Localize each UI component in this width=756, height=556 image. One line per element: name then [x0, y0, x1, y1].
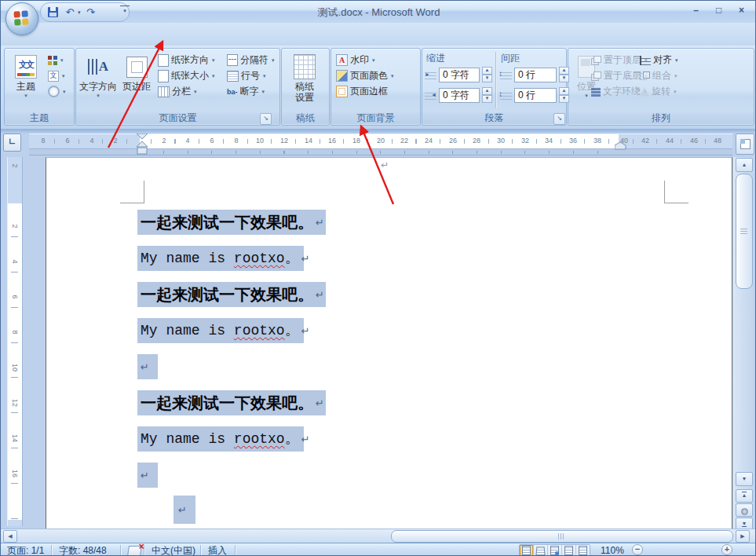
manuscript-setup-button[interactable]: 稿纸 设置 [286, 51, 323, 112]
fullscreen-reading-view-button[interactable] [534, 545, 548, 556]
scroll-right-button[interactable]: ▶ [736, 530, 750, 543]
window-title: 测试.docx - Microsoft Word [1, 5, 756, 20]
language-indicator[interactable]: 中文(中国) [152, 545, 195, 556]
group-objects-icon [640, 71, 650, 81]
outline-view-icon [564, 546, 573, 555]
space-before-spinner[interactable]: ▲▼ [559, 67, 569, 82]
ruler-number: 34 [545, 136, 553, 146]
space-after-input[interactable]: 0 行 [514, 88, 557, 103]
pilcrow-icon: ↵ [141, 361, 149, 373]
ruler-toggle-button[interactable] [736, 134, 754, 155]
right-indent-marker[interactable] [615, 142, 626, 151]
divider [51, 545, 52, 555]
word-count[interactable]: 字数: 48/48 [59, 545, 107, 556]
margins-button[interactable]: 页边距 [119, 51, 155, 112]
scroll-left-button[interactable]: ◀ [3, 530, 17, 543]
pilcrow-icon: ↵ [301, 325, 310, 337]
theme-fonts-button[interactable]: 文▾ [48, 68, 65, 83]
bring-to-front-icon [591, 56, 601, 65]
themes-icon: 文文 [15, 55, 37, 79]
indent-right-spinner[interactable]: ▲▼ [482, 87, 492, 103]
draft-view-button[interactable] [576, 545, 590, 556]
ruler-number: 4 [11, 259, 19, 263]
indent-markers[interactable] [135, 134, 151, 156]
print-layout-view-button[interactable] [520, 545, 534, 556]
columns-button[interactable]: 分栏▾ [158, 84, 197, 99]
tab-stop-selector[interactable]: ∟ [3, 134, 21, 152]
ruler-number: 44 [666, 136, 674, 146]
insert-mode-indicator[interactable]: 插入 [208, 545, 227, 556]
paper-size-button[interactable]: 纸张大小▾ [158, 68, 215, 83]
group-page-setup-label: 页面设置 [76, 112, 279, 124]
page-setup-dialog-launcher[interactable]: ↘ [260, 113, 272, 125]
align-button[interactable]: 对齐▾ [640, 53, 678, 68]
paragraph-dialog-launcher[interactable]: ↘ [553, 113, 565, 125]
ruler-number: 24 [425, 136, 433, 146]
orientation-button[interactable]: 纸张方向▾ [158, 53, 215, 68]
themes-button[interactable]: 文文 主题 ▾ [7, 51, 45, 112]
ruler-number: 2 [11, 224, 19, 228]
ruler-number: 16 [328, 136, 336, 146]
select-browse-object-button[interactable] [736, 503, 753, 517]
page-indicator[interactable]: 页面: 1/1 [7, 545, 44, 556]
watermark-button[interactable]: A水印▾ [336, 53, 375, 68]
rotate-button[interactable]: 旋转▾ [640, 84, 677, 99]
indent-right-input[interactable]: 0 字符 [439, 88, 480, 103]
vertical-scrollbar-thumb[interactable] [736, 174, 753, 289]
zoom-level[interactable]: 110% [601, 545, 624, 556]
outline-view-button[interactable] [562, 545, 576, 556]
zoom-out-button[interactable]: − [632, 544, 643, 555]
space-after-control: 0 行 ▲▼ [500, 87, 569, 103]
doc-line-4[interactable]: My name is rootxo。↵ [137, 318, 304, 343]
page-borders-button[interactable]: 页面边框 [336, 84, 388, 99]
divider [200, 545, 201, 555]
doc-line-8[interactable]: ↵ [137, 463, 158, 488]
doc-line-1[interactable]: 一起来测试一下效果吧。↵ [137, 210, 326, 235]
office-button[interactable] [5, 2, 38, 35]
zoom-in-button[interactable]: + [721, 544, 732, 555]
breaks-button[interactable]: 分隔符▾ [227, 53, 275, 68]
ruler-number: 10 [11, 364, 19, 371]
divider [235, 545, 236, 555]
horizontal-scrollbar-thumb[interactable] [391, 530, 733, 543]
hyphenation-button[interactable]: ba-断字▾ [227, 84, 265, 99]
office-logo-icon [13, 10, 28, 25]
previous-page-button[interactable]: ▲ [736, 489, 753, 503]
group-objects-button[interactable]: 组合▾ [640, 68, 677, 83]
maximize-button[interactable]: □ [708, 4, 729, 18]
bring-to-front-button[interactable]: 置于顶层▾ [591, 53, 648, 68]
indent-right-icon [425, 91, 436, 100]
close-button[interactable]: × [731, 4, 752, 18]
space-after-spinner[interactable]: ▲▼ [559, 87, 569, 103]
minimize-button[interactable]: – [685, 4, 707, 18]
line-numbers-button[interactable]: 行号▾ [227, 68, 266, 83]
doc-line-2[interactable]: My name is rootxo。↵ [137, 246, 304, 271]
theme-effects-button[interactable]: ▾ [48, 84, 66, 99]
theme-colors-button[interactable]: ▾ [48, 53, 64, 68]
scroll-down-button[interactable]: ▼ [736, 472, 753, 486]
indent-left-spinner[interactable]: ▲▼ [482, 67, 492, 82]
doc-line-3[interactable]: 一起来测试一下效果吧。↵ [137, 282, 326, 307]
window-controls: – □ × [685, 4, 752, 18]
send-to-back-button[interactable]: 置于底层▾ [591, 68, 648, 83]
ruler-number: 2 [162, 136, 166, 146]
view-shortcuts [519, 544, 590, 556]
doc-line-7[interactable]: My name is rootxo。↵ [137, 426, 304, 452]
proofing-error-icon[interactable] [127, 546, 142, 556]
web-layout-view-button[interactable] [548, 545, 562, 556]
ruler-number: 36 [569, 136, 577, 146]
indent-left-input[interactable]: 0 字符 [439, 68, 480, 82]
pilcrow-icon: ↵ [141, 470, 149, 481]
doc-line-6[interactable]: 一起来测试一下效果吧。↵ [137, 390, 326, 415]
page-color-button[interactable]: 页面颜色▾ [336, 68, 394, 83]
scroll-up-button[interactable]: ▲ [736, 158, 753, 172]
text-wrapping-button[interactable]: 文字环绕▾ [591, 84, 647, 99]
text-boundary-mark [120, 203, 144, 203]
ruler-number: 2 [11, 163, 19, 167]
columns-icon [158, 86, 170, 97]
doc-line-9[interactable]: ↵ [173, 496, 195, 524]
text-direction-button[interactable]: A 文字方向 ▾ [79, 51, 117, 112]
space-before-input[interactable]: 0 行 [514, 68, 557, 82]
web-layout-icon [550, 546, 559, 555]
doc-line-5[interactable]: ↵ [137, 354, 158, 379]
